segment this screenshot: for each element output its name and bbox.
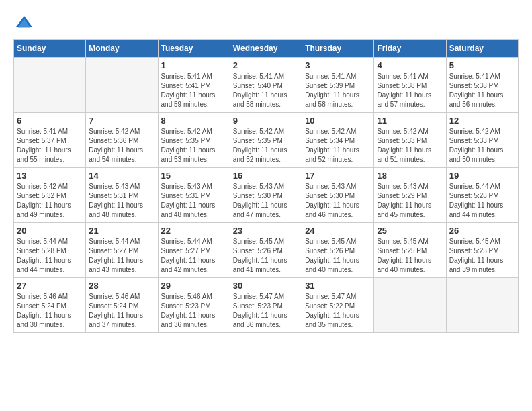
calendar-cell: 7Sunrise: 5:42 AM Sunset: 5:36 PM Daylig… xyxy=(86,113,158,168)
day-info: Sunrise: 5:46 AM Sunset: 5:24 PM Dayligh… xyxy=(17,292,83,330)
calendar-cell: 26Sunrise: 5:45 AM Sunset: 5:25 PM Dayli… xyxy=(446,223,518,278)
day-number: 20 xyxy=(17,226,83,236)
day-info: Sunrise: 5:41 AM Sunset: 5:40 PM Dayligh… xyxy=(233,72,299,109)
week-row-3: 13Sunrise: 5:42 AM Sunset: 5:32 PM Dayli… xyxy=(14,168,519,223)
day-number: 29 xyxy=(161,281,227,291)
day-number: 31 xyxy=(305,281,371,291)
day-number: 19 xyxy=(449,171,515,181)
day-info: Sunrise: 5:44 AM Sunset: 5:27 PM Dayligh… xyxy=(161,237,227,275)
calendar-cell: 16Sunrise: 5:43 AM Sunset: 5:30 PM Dayli… xyxy=(230,168,302,223)
day-info: Sunrise: 5:42 AM Sunset: 5:33 PM Dayligh… xyxy=(377,127,443,165)
day-number: 24 xyxy=(305,226,371,236)
calendar-cell: 24Sunrise: 5:45 AM Sunset: 5:26 PM Dayli… xyxy=(302,223,374,278)
day-info: Sunrise: 5:43 AM Sunset: 5:30 PM Dayligh… xyxy=(233,182,299,220)
header-tuesday: Tuesday xyxy=(158,40,230,58)
day-number: 5 xyxy=(449,60,515,71)
day-info: Sunrise: 5:42 AM Sunset: 5:32 PM Dayligh… xyxy=(17,182,83,220)
header-thursday: Thursday xyxy=(302,40,374,58)
calendar-cell xyxy=(374,278,446,333)
calendar-cell: 4Sunrise: 5:41 AM Sunset: 5:38 PM Daylig… xyxy=(374,58,446,113)
header-friday: Friday xyxy=(374,40,446,58)
calendar-cell: 21Sunrise: 5:44 AM Sunset: 5:27 PM Dayli… xyxy=(86,223,158,278)
calendar-body: 1Sunrise: 5:41 AM Sunset: 5:41 PM Daylig… xyxy=(14,58,519,333)
day-info: Sunrise: 5:41 AM Sunset: 5:41 PM Dayligh… xyxy=(161,72,227,109)
day-info: Sunrise: 5:44 AM Sunset: 5:27 PM Dayligh… xyxy=(89,237,154,275)
week-row-1: 1Sunrise: 5:41 AM Sunset: 5:41 PM Daylig… xyxy=(14,58,519,113)
calendar-cell: 3Sunrise: 5:41 AM Sunset: 5:39 PM Daylig… xyxy=(302,58,374,113)
calendar-cell: 19Sunrise: 5:44 AM Sunset: 5:28 PM Dayli… xyxy=(446,168,518,223)
calendar-cell: 25Sunrise: 5:45 AM Sunset: 5:25 PM Dayli… xyxy=(374,223,446,278)
day-number: 10 xyxy=(305,116,371,126)
calendar-cell: 14Sunrise: 5:43 AM Sunset: 5:31 PM Dayli… xyxy=(86,168,158,223)
calendar-table: SundayMondayTuesdayWednesdayThursdayFrid… xyxy=(13,39,519,333)
header-wednesday: Wednesday xyxy=(230,40,302,58)
calendar-cell: 6Sunrise: 5:41 AM Sunset: 5:37 PM Daylig… xyxy=(14,113,86,168)
day-info: Sunrise: 5:42 AM Sunset: 5:33 PM Dayligh… xyxy=(449,127,515,165)
calendar-cell: 15Sunrise: 5:43 AM Sunset: 5:31 PM Dayli… xyxy=(158,168,230,223)
day-number: 4 xyxy=(377,60,443,71)
day-info: Sunrise: 5:43 AM Sunset: 5:31 PM Dayligh… xyxy=(161,182,227,220)
day-number: 7 xyxy=(89,116,154,126)
page-header xyxy=(13,13,519,32)
calendar-cell: 22Sunrise: 5:44 AM Sunset: 5:27 PM Dayli… xyxy=(158,223,230,278)
day-number: 11 xyxy=(377,116,443,126)
day-number: 12 xyxy=(449,116,515,126)
calendar-cell: 11Sunrise: 5:42 AM Sunset: 5:33 PM Dayli… xyxy=(374,113,446,168)
day-info: Sunrise: 5:43 AM Sunset: 5:31 PM Dayligh… xyxy=(89,182,154,220)
calendar-cell: 5Sunrise: 5:41 AM Sunset: 5:38 PM Daylig… xyxy=(446,58,518,113)
day-info: Sunrise: 5:45 AM Sunset: 5:26 PM Dayligh… xyxy=(233,237,299,275)
day-info: Sunrise: 5:46 AM Sunset: 5:24 PM Dayligh… xyxy=(89,292,154,330)
logo-icon xyxy=(15,13,34,32)
day-number: 26 xyxy=(449,226,515,236)
calendar-cell: 17Sunrise: 5:43 AM Sunset: 5:30 PM Dayli… xyxy=(302,168,374,223)
day-number: 28 xyxy=(89,281,154,291)
day-info: Sunrise: 5:42 AM Sunset: 5:34 PM Dayligh… xyxy=(305,127,371,165)
calendar-cell: 20Sunrise: 5:44 AM Sunset: 5:28 PM Dayli… xyxy=(14,223,86,278)
day-number: 6 xyxy=(17,116,83,126)
header-sunday: Sunday xyxy=(14,40,86,58)
calendar-cell: 23Sunrise: 5:45 AM Sunset: 5:26 PM Dayli… xyxy=(230,223,302,278)
calendar-cell: 2Sunrise: 5:41 AM Sunset: 5:40 PM Daylig… xyxy=(230,58,302,113)
day-info: Sunrise: 5:41 AM Sunset: 5:38 PM Dayligh… xyxy=(449,72,515,109)
day-number: 18 xyxy=(377,171,443,181)
week-row-4: 20Sunrise: 5:44 AM Sunset: 5:28 PM Dayli… xyxy=(14,223,519,278)
calendar-cell: 12Sunrise: 5:42 AM Sunset: 5:33 PM Dayli… xyxy=(446,113,518,168)
day-info: Sunrise: 5:42 AM Sunset: 5:36 PM Dayligh… xyxy=(89,127,154,165)
day-number: 14 xyxy=(89,171,154,181)
header-monday: Monday xyxy=(86,40,158,58)
day-info: Sunrise: 5:41 AM Sunset: 5:38 PM Dayligh… xyxy=(377,72,443,109)
day-number: 22 xyxy=(161,226,227,236)
day-number: 13 xyxy=(17,171,83,181)
day-number: 15 xyxy=(161,171,227,181)
day-info: Sunrise: 5:44 AM Sunset: 5:28 PM Dayligh… xyxy=(449,182,515,220)
calendar-cell: 31Sunrise: 5:47 AM Sunset: 5:22 PM Dayli… xyxy=(302,278,374,333)
day-number: 9 xyxy=(233,116,299,126)
day-number: 27 xyxy=(17,281,83,291)
day-info: Sunrise: 5:47 AM Sunset: 5:23 PM Dayligh… xyxy=(233,292,299,330)
day-info: Sunrise: 5:41 AM Sunset: 5:37 PM Dayligh… xyxy=(17,127,83,165)
calendar-cell xyxy=(14,58,86,113)
day-info: Sunrise: 5:45 AM Sunset: 5:25 PM Dayligh… xyxy=(449,237,515,275)
day-number: 30 xyxy=(233,281,299,291)
day-info: Sunrise: 5:43 AM Sunset: 5:29 PM Dayligh… xyxy=(377,182,443,220)
calendar-cell: 29Sunrise: 5:46 AM Sunset: 5:23 PM Dayli… xyxy=(158,278,230,333)
day-number: 1 xyxy=(161,60,227,71)
calendar-cell: 13Sunrise: 5:42 AM Sunset: 5:32 PM Dayli… xyxy=(14,168,86,223)
day-number: 2 xyxy=(233,60,299,71)
day-number: 17 xyxy=(305,171,371,181)
day-number: 25 xyxy=(377,226,443,236)
calendar-cell: 10Sunrise: 5:42 AM Sunset: 5:34 PM Dayli… xyxy=(302,113,374,168)
calendar-cell: 1Sunrise: 5:41 AM Sunset: 5:41 PM Daylig… xyxy=(158,58,230,113)
day-info: Sunrise: 5:42 AM Sunset: 5:35 PM Dayligh… xyxy=(161,127,227,165)
logo xyxy=(13,13,35,32)
calendar-cell xyxy=(446,278,518,333)
calendar-cell: 28Sunrise: 5:46 AM Sunset: 5:24 PM Dayli… xyxy=(86,278,158,333)
day-info: Sunrise: 5:47 AM Sunset: 5:22 PM Dayligh… xyxy=(305,292,371,330)
calendar-cell: 8Sunrise: 5:42 AM Sunset: 5:35 PM Daylig… xyxy=(158,113,230,168)
calendar-header-row: SundayMondayTuesdayWednesdayThursdayFrid… xyxy=(14,40,519,58)
header-saturday: Saturday xyxy=(446,40,518,58)
day-info: Sunrise: 5:43 AM Sunset: 5:30 PM Dayligh… xyxy=(305,182,371,220)
day-info: Sunrise: 5:45 AM Sunset: 5:25 PM Dayligh… xyxy=(377,237,443,275)
calendar-cell xyxy=(86,58,158,113)
day-number: 23 xyxy=(233,226,299,236)
